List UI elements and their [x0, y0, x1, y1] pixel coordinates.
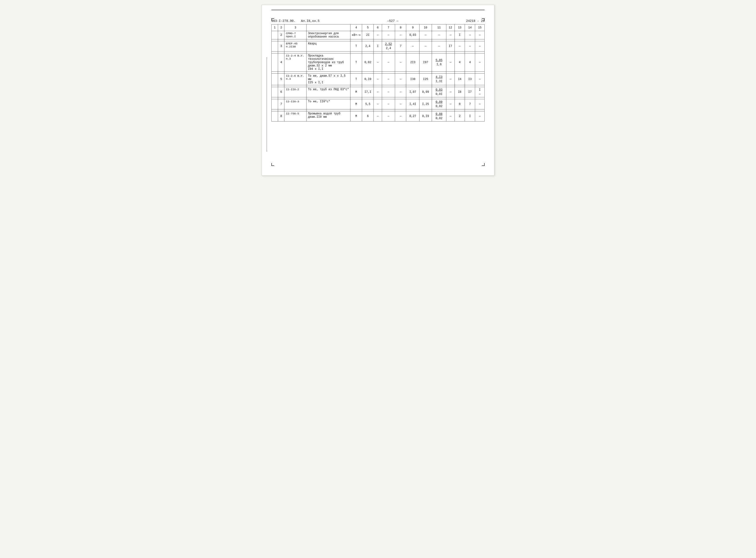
- col-10: I97: [419, 53, 432, 72]
- col-9: —: [406, 41, 420, 51]
- col-13: I4: [455, 74, 465, 85]
- col-5: I7,I: [362, 87, 374, 97]
- col-10: —: [419, 41, 432, 51]
- col-6: —: [374, 74, 382, 85]
- row-ref: I2-II8-3: [284, 99, 306, 109]
- col-11: —: [432, 31, 446, 40]
- col-9: I,4I: [406, 99, 420, 109]
- col-15: I —: [475, 87, 485, 97]
- col-5: 0,02: [362, 53, 374, 72]
- doc-ref: 903-I-278.90. Ал.I8,кн.5: [271, 19, 320, 23]
- col-13: —: [455, 41, 465, 51]
- col-header-5: 5: [362, 24, 374, 31]
- table-row: 5I2-2-6 В.У. п.3То же, диам.57 х х 2,5 м…: [272, 74, 485, 85]
- col-11: 0.03 0,0I: [432, 87, 446, 97]
- row-desc: Прокладка технологических трубопроводов …: [306, 53, 350, 72]
- row-ref: ЕРЕР-45 п.2I38: [284, 41, 306, 51]
- table-row: 6I2-II8-2То же, труб из ПНД 63"с"МI7,I——…: [272, 87, 485, 97]
- col-6: —: [374, 87, 382, 97]
- side-line: [267, 57, 267, 152]
- row-ref: I2-758-5: [284, 111, 306, 122]
- col-15: —: [475, 111, 485, 122]
- corner-bl: [271, 163, 274, 166]
- row-desc: То же, диам.57 х х 2,5 мм I25 х I,I: [306, 74, 350, 85]
- row-num: 7: [278, 99, 284, 109]
- row-ref: I2-2-4 В.У. п.3: [284, 53, 306, 72]
- col-15: —: [475, 99, 485, 109]
- table-row: 4I2-2-4 В.У. п.3Прокладка технологически…: [272, 53, 485, 72]
- col-8: —: [395, 99, 406, 109]
- col-6: I: [374, 41, 382, 51]
- col-9: I,07: [406, 87, 420, 97]
- table-row: 3ЕРЕР-45 п.2I38КварцТ2,4I2.52 2,47———I7—…: [272, 41, 485, 51]
- spacer-row: [272, 40, 485, 41]
- col-9: 0,27: [406, 111, 420, 122]
- col-8: 7: [395, 41, 406, 51]
- col-4: М: [350, 87, 362, 97]
- col-header-15: 15: [475, 24, 485, 31]
- col-header-14: 14: [465, 24, 475, 31]
- col-11: 0.08 0,02: [432, 111, 446, 122]
- col-header-1: 1: [272, 24, 278, 31]
- col-5: 2I: [362, 31, 374, 40]
- col-9: I38: [406, 74, 420, 85]
- col-header-7: 7: [382, 24, 395, 31]
- spacer-row: [272, 72, 485, 74]
- row-num: 8: [278, 111, 284, 122]
- spacer-row: [272, 97, 485, 99]
- col-12: —: [446, 87, 455, 97]
- row-desc: То же, II0"с": [306, 99, 350, 109]
- col-6: —: [374, 31, 382, 40]
- col-8: —: [395, 87, 406, 97]
- col-14: I7: [465, 87, 475, 97]
- col-11: 4.I3 I,3I: [432, 74, 446, 85]
- row-num: 3: [278, 41, 284, 51]
- spacer-row: [272, 85, 485, 87]
- row-num: 2: [278, 31, 284, 40]
- col-header-8: 8: [395, 24, 406, 31]
- col-7: —: [382, 87, 395, 97]
- col-11: —: [432, 41, 446, 51]
- col-14: 4: [465, 53, 475, 72]
- col-8: —: [395, 111, 406, 122]
- col-6: —: [374, 99, 382, 109]
- row-index: [272, 41, 278, 51]
- col-header-10: 10: [419, 24, 432, 31]
- col-12: —: [446, 111, 455, 122]
- table-header-row: 1 2 3 4 5 6 7 8 9 10 11 12 13 14 15: [272, 24, 485, 31]
- col-header-3b: [306, 24, 350, 31]
- row-ref: I2-2-6 В.У. п.3: [284, 74, 306, 85]
- col-13: I8: [455, 87, 465, 97]
- corner-br: [482, 163, 485, 166]
- col-4: Т: [350, 74, 362, 85]
- col-header-9: 9: [406, 24, 420, 31]
- col-15: —: [475, 53, 485, 72]
- corner-tl: [271, 18, 274, 21]
- col-7: —: [382, 74, 395, 85]
- row-index: [272, 99, 278, 109]
- table-row: 8I2-758-5Промывка водой труб диам.II0 мм…: [272, 111, 485, 122]
- col-4: кВт-ч: [350, 31, 362, 40]
- col-14: —: [465, 31, 475, 40]
- col-14: —: [465, 41, 475, 51]
- col-7: —: [382, 53, 395, 72]
- col-15: —: [475, 31, 485, 40]
- col-header-6: 6: [374, 24, 382, 31]
- col-11: 5.85 I,6: [432, 53, 446, 72]
- spacer-row: [272, 109, 485, 111]
- col-10: I25: [419, 74, 432, 85]
- col-7: —: [382, 111, 395, 122]
- header-row: 903-I-278.90. Ал.I8,кн.5 —527 — 24218 - …: [271, 19, 485, 23]
- main-table: 1 2 3 4 5 6 7 8 9 10 11 12 13 14 15 2СРМ…: [271, 24, 485, 122]
- col-header-3: 3: [284, 24, 306, 31]
- row-ref: I2-II8-2: [284, 87, 306, 97]
- col-6: —: [374, 111, 382, 122]
- col-4: Т: [350, 53, 362, 72]
- col-12: —: [446, 74, 455, 85]
- col-7: 2.52 2,4: [382, 41, 395, 51]
- col-12: I7: [446, 41, 455, 51]
- col-9: 2I3: [406, 53, 420, 72]
- col-4: М: [350, 99, 362, 109]
- row-desc: Электроэнергия для опробования насоса: [306, 31, 350, 40]
- row-index: [272, 74, 278, 85]
